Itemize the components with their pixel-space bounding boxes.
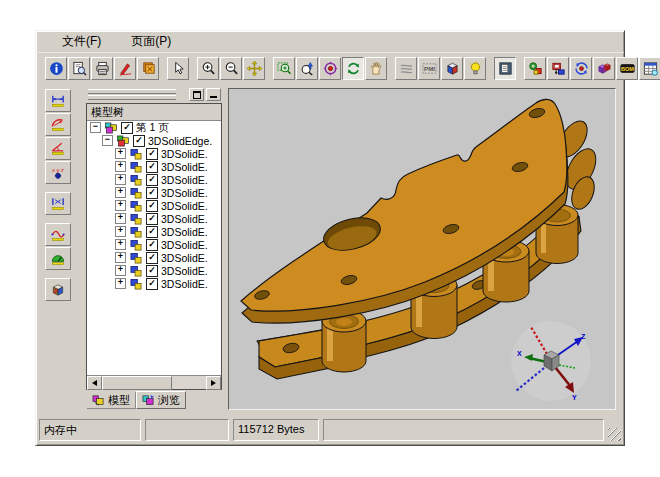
pan-button[interactable] — [243, 57, 265, 80]
layers-button[interactable] — [395, 57, 417, 80]
bom-button[interactable]: BOM — [616, 57, 638, 80]
select-button[interactable] — [167, 57, 189, 80]
light-button[interactable] — [464, 57, 486, 80]
panel-toggle-button[interactable] — [494, 57, 516, 80]
tree-part-row[interactable]: 3DSolidE. — [87, 186, 221, 199]
visibility-checkbox[interactable] — [146, 226, 158, 238]
expand-toggle-icon[interactable] — [115, 187, 126, 198]
viewport-3d[interactable]: Z X Y — [228, 88, 616, 410]
tree-part-row[interactable]: 3DSolidE. — [87, 251, 221, 264]
tree-part-row[interactable]: 3DSolidE. — [87, 212, 221, 225]
panel-tab[interactable]: 浏览 — [136, 391, 186, 409]
tree-part-row[interactable]: 3DSolidE. — [87, 199, 221, 212]
float-panel-button[interactable] — [189, 88, 204, 101]
dim-gauge-button[interactable] — [45, 247, 71, 270]
info-button[interactable] — [45, 57, 67, 80]
expand-toggle-icon[interactable] — [115, 239, 126, 250]
visibility-checkbox[interactable] — [133, 135, 145, 147]
spin-center-button[interactable] — [570, 57, 592, 80]
tree-part-row[interactable]: 3DSolidE. — [87, 160, 221, 173]
cad-model-canvas[interactable]: Z X Y — [229, 89, 615, 409]
hand-button[interactable] — [365, 57, 387, 80]
scrollbar-thumb[interactable] — [102, 376, 172, 390]
rotate-button[interactable] — [342, 57, 364, 80]
collapse-toggle-icon[interactable] — [90, 122, 101, 133]
minimize-icon — [210, 96, 217, 98]
expand-toggle-icon[interactable] — [115, 226, 126, 237]
panel-tab[interactable]: 模型 — [87, 392, 136, 409]
zoom-out-button[interactable] — [220, 57, 242, 80]
tree-part-row[interactable]: 3DSolidE. — [87, 147, 221, 160]
tree-part-row[interactable]: 3DSolidE. — [87, 277, 221, 290]
tree-part-label: 3DSolidE. — [161, 226, 208, 238]
visibility-checkbox[interactable] — [146, 239, 158, 251]
component-button[interactable] — [547, 57, 569, 80]
expand-toggle-icon[interactable] — [115, 174, 126, 185]
zoom-in-icon — [201, 61, 216, 76]
visibility-checkbox[interactable] — [146, 200, 158, 212]
dim-linear-button[interactable] — [45, 89, 71, 112]
dim-curve-button[interactable] — [45, 223, 71, 246]
solid-box-icon — [50, 282, 66, 297]
pmi-button[interactable]: PMI — [418, 57, 440, 80]
zoom-window-button[interactable] — [273, 57, 295, 80]
stamp-button[interactable] — [137, 57, 159, 80]
visibility-checkbox[interactable] — [146, 213, 158, 225]
resize-grip[interactable] — [608, 428, 621, 441]
visibility-checkbox[interactable] — [146, 161, 158, 173]
zoom-dynamic-button[interactable] — [296, 57, 318, 80]
visibility-checkbox[interactable] — [146, 278, 158, 290]
horizontal-scrollbar[interactable] — [87, 375, 221, 389]
hide-panel-button[interactable] — [206, 88, 221, 101]
expand-toggle-icon[interactable] — [115, 265, 126, 276]
dim-distance-button[interactable] — [45, 192, 71, 215]
tree-part-label: 3DSolidE. — [161, 252, 208, 264]
collapse-toggle-icon[interactable] — [102, 135, 113, 146]
zoom-in-button[interactable] — [197, 57, 219, 80]
panel-header[interactable] — [85, 86, 224, 102]
solid-box-button[interactable] — [45, 278, 71, 301]
scroll-right-button[interactable] — [206, 376, 221, 390]
tree-part-row[interactable]: 3DSolidE. — [87, 238, 221, 251]
visibility-checkbox[interactable] — [146, 252, 158, 264]
visibility-checkbox[interactable] — [146, 148, 158, 160]
expand-toggle-icon[interactable] — [115, 200, 126, 211]
visibility-checkbox[interactable] — [146, 265, 158, 277]
report-button[interactable] — [639, 57, 660, 80]
parts-icon — [597, 61, 612, 76]
dim-radius-button[interactable] — [45, 113, 71, 136]
orbit-button[interactable] — [319, 57, 341, 80]
info-icon — [49, 61, 64, 76]
tree-page-row[interactable]: 第 1 页 — [87, 121, 221, 134]
tree-part-label: 3DSolidE. — [161, 187, 208, 199]
menu-item[interactable]: 文件(F) — [60, 32, 103, 51]
expand-toggle-icon[interactable] — [115, 278, 126, 289]
visibility-checkbox[interactable] — [146, 174, 158, 186]
view-cube-button[interactable] — [441, 57, 463, 80]
tree-assembly-row[interactable]: 3DSolidEdge. — [87, 134, 221, 147]
expand-toggle-icon[interactable] — [115, 161, 126, 172]
expand-toggle-icon[interactable] — [115, 148, 126, 159]
tree-part-row[interactable]: 3DSolidE. — [87, 225, 221, 238]
expand-toggle-icon[interactable] — [115, 252, 126, 263]
dim-angle-button[interactable] — [45, 137, 71, 160]
model-tree[interactable]: 第 1 页 3DSolidEdge. — [87, 121, 221, 375]
expand-toggle-icon[interactable] — [115, 213, 126, 224]
tree-part-row[interactable]: 3DSolidE. — [87, 264, 221, 277]
scroll-left-button[interactable] — [87, 376, 102, 390]
visibility-checkbox[interactable] — [121, 122, 133, 134]
dim-xyz-button[interactable]: xyz — [45, 161, 71, 184]
hand-icon — [369, 61, 384, 76]
parts-button[interactable] — [593, 57, 615, 80]
status-bar: 内存中 115712 Bytes — [39, 419, 621, 441]
drag-gripper[interactable] — [88, 89, 176, 94]
menu-item[interactable]: 页面(P) — [129, 32, 173, 51]
redline-button[interactable] — [114, 57, 136, 80]
visibility-checkbox[interactable] — [146, 187, 158, 199]
assembly-button[interactable] — [524, 57, 546, 80]
print-preview-button[interactable] — [68, 57, 90, 80]
tree-part-row[interactable]: 3DSolidE. — [87, 173, 221, 186]
dim-xyz-icon: xyz — [50, 165, 66, 180]
drag-gripper[interactable] — [88, 95, 176, 100]
print-button[interactable] — [91, 57, 113, 80]
